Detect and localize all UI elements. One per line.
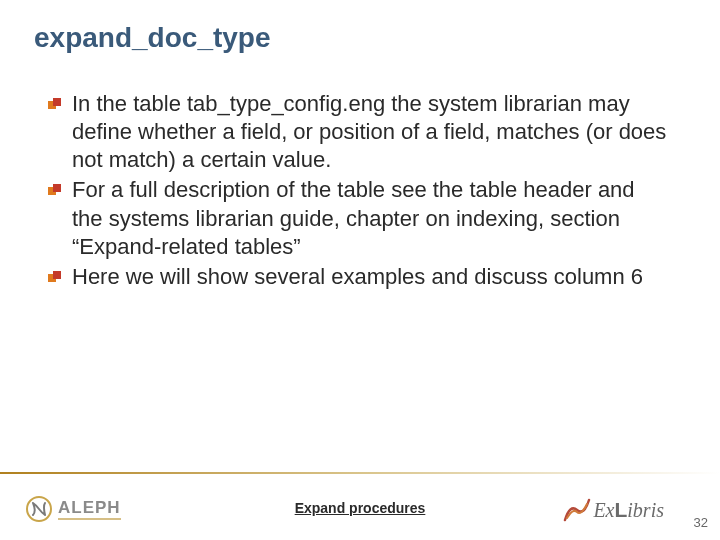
- slide-title: expand_doc_type: [34, 22, 271, 54]
- exlibris-suffix: ibris: [627, 499, 664, 521]
- bullet-text: In the table tab_type_config.eng the sys…: [72, 90, 668, 174]
- list-item: For a full description of the table see …: [48, 176, 668, 260]
- exlibris-logo-text: ExLibris: [593, 498, 664, 522]
- bullet-icon: [48, 271, 62, 285]
- bullet-list: In the table tab_type_config.eng the sys…: [48, 90, 668, 293]
- exlibris-logo-icon: [563, 498, 591, 522]
- svg-rect-5: [53, 271, 61, 279]
- footer: ALEPH Expand procedures ExLibris 32: [0, 480, 720, 540]
- slide: expand_doc_type In the table tab_type_co…: [0, 0, 720, 540]
- footer-divider: [0, 472, 720, 474]
- bullet-text: For a full description of the table see …: [72, 176, 668, 260]
- bullet-icon: [48, 184, 62, 198]
- exlibris-prefix: Ex: [593, 499, 614, 521]
- list-item: In the table tab_type_config.eng the sys…: [48, 90, 668, 174]
- list-item: Here we will show several examples and d…: [48, 263, 668, 291]
- bullet-icon: [48, 98, 62, 112]
- svg-rect-3: [53, 184, 61, 192]
- page-number: 32: [694, 515, 708, 530]
- exlibris-logo: ExLibris: [563, 498, 664, 522]
- bullet-text: Here we will show several examples and d…: [72, 263, 668, 291]
- exlibris-cap: L: [614, 498, 627, 521]
- svg-rect-1: [53, 98, 61, 106]
